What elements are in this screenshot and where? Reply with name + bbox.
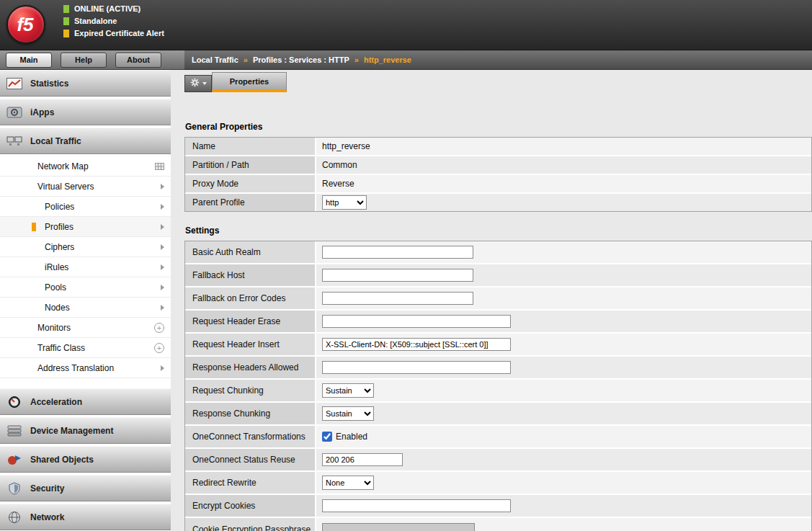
- status-label: ONLINE (ACTIVE): [74, 4, 140, 13]
- status-label: Standalone: [74, 17, 117, 25]
- sidebar-section-local-traffic[interactable]: Local Traffic: [0, 128, 171, 154]
- sidebar-item-profiles[interactable]: Profiles: [0, 217, 171, 237]
- section-title-settings: Settings: [185, 226, 812, 236]
- security-icon: [5, 482, 24, 495]
- row-label: Response Chunking: [185, 403, 316, 424]
- password-input-cookie-encryption-passphrase: [322, 523, 475, 531]
- sidebar-item-nodes[interactable]: Nodes: [0, 298, 171, 318]
- input-encrypt-cookies[interactable]: [322, 499, 511, 512]
- row-value: None: [316, 472, 811, 494]
- sidebar-item-pools[interactable]: Pools: [0, 277, 171, 298]
- sidebar-item-virtual-servers[interactable]: Virtual Servers: [0, 177, 171, 197]
- input-request-header-erase[interactable]: [322, 315, 511, 328]
- expand-arrow-icon: [161, 204, 164, 210]
- row-value: Common: [316, 156, 811, 174]
- row-redirect-rewrite: Redirect RewriteNone: [185, 472, 811, 495]
- row-request-chunking: Request ChunkingSustain: [185, 380, 811, 403]
- checkbox-oneconnect-transformations[interactable]: [322, 432, 332, 442]
- row-value: http_reverse: [316, 138, 811, 155]
- breadcrumb-separator: »: [354, 55, 359, 64]
- expand-arrow-icon: [161, 184, 164, 189]
- row-response-chunking: Response ChunkingSustain: [185, 403, 811, 426]
- row-proxy-mode: Proxy ModeReverse: [185, 175, 811, 194]
- f5-logo[interactable]: f5: [6, 5, 45, 44]
- row-label: Proxy Mode: [185, 175, 316, 192]
- input-fallback-on-error-codes[interactable]: [322, 292, 473, 305]
- create-plus-icon[interactable]: +: [154, 343, 164, 353]
- row-label: Request Header Erase: [185, 311, 316, 332]
- sidebar-section-acceleration[interactable]: Acceleration: [0, 388, 171, 415]
- row-value: [316, 357, 811, 378]
- subtabs: Properties: [212, 72, 287, 92]
- status-item: ONLINE (ACTIVE): [63, 4, 164, 13]
- tab-help[interactable]: Help: [61, 53, 107, 68]
- sidebar-item-address-translation[interactable]: Address Translation: [0, 358, 171, 378]
- network-map-icon[interactable]: [155, 163, 164, 170]
- sidebar-section-statistics[interactable]: Statistics: [0, 70, 171, 97]
- sidebar-section-network[interactable]: Network: [0, 504, 171, 530]
- status-indicator: [63, 30, 69, 37]
- sidebar-section-security[interactable]: Security: [0, 475, 171, 501]
- sidebar-item-label: Network Map: [37, 161, 89, 171]
- gear-menu-button[interactable]: [184, 75, 212, 92]
- sidebar-submenu: Network MapVirtual ServersPoliciesProfil…: [0, 156, 171, 388]
- row-label: Fallback on Error Codes: [185, 287, 316, 309]
- statistics-icon: [5, 77, 24, 90]
- sidebar-section-label: Acceleration: [30, 397, 82, 407]
- row-value: [316, 311, 811, 332]
- row-value: [316, 287, 811, 309]
- expand-arrow-icon: [161, 305, 164, 311]
- row-label: Response Headers Allowed: [185, 357, 316, 378]
- main-tabs: MainHelpAbout: [0, 50, 184, 70]
- sidebar-section-label: Statistics: [30, 79, 68, 89]
- subtab-properties[interactable]: Properties: [212, 72, 287, 92]
- breadcrumb-item-http-reverse: http_reverse: [364, 55, 411, 64]
- sidebar-item-traffic-class[interactable]: Traffic Class+: [0, 338, 171, 358]
- row-name: Namehttp_reverse: [185, 138, 811, 156]
- row-label: Cookie Encryption Passphrase: [185, 518, 316, 531]
- input-oneconnect-status-reuse[interactable]: [322, 453, 403, 466]
- row-label: Request Header Insert: [185, 334, 316, 355]
- select-parent-profile[interactable]: http: [322, 195, 367, 210]
- expand-arrow-icon: [161, 365, 164, 371]
- body-wrap: StatisticsiAppsLocal TrafficNetwork MapV…: [0, 70, 812, 531]
- select-request-chunking[interactable]: Sustain: [322, 383, 374, 398]
- row-partition-path: Partition / PathCommon: [185, 156, 811, 175]
- sidebar-item-ciphers[interactable]: Ciphers: [0, 237, 171, 257]
- row-label: Encrypt Cookies: [185, 495, 316, 517]
- sidebar-item-irules[interactable]: iRules: [0, 257, 171, 277]
- row-label: OneConnect Status Reuse: [185, 449, 316, 470]
- row-value: [316, 264, 811, 286]
- row-parent-profile: Parent Profilehttp: [185, 194, 811, 211]
- tab-main[interactable]: Main: [6, 53, 52, 68]
- local-traffic-icon: [5, 135, 24, 148]
- sidebar-section-iapps[interactable]: iApps: [0, 99, 171, 125]
- input-response-headers-allowed[interactable]: [322, 361, 511, 374]
- breadcrumb-item-profiles-services-http[interactable]: Profiles : Services : HTTP: [253, 55, 349, 64]
- input-fallback-host[interactable]: [322, 269, 473, 282]
- f5-logo-text: f5: [17, 14, 33, 36]
- tab-about[interactable]: About: [115, 53, 161, 68]
- expand-arrow-icon: [161, 285, 164, 290]
- select-response-chunking[interactable]: Sustain: [322, 406, 374, 421]
- expand-arrow-icon: [161, 224, 164, 230]
- sidebar-section-shared-objects[interactable]: Shared Objects: [0, 446, 171, 473]
- sidebar-item-label: Profiles: [45, 222, 73, 232]
- sidebar-section-device-management[interactable]: Device Management: [0, 417, 171, 444]
- sidebar-item-policies[interactable]: Policies: [0, 197, 171, 217]
- row-response-headers-allowed: Response Headers Allowed: [185, 357, 811, 380]
- sidebar-item-monitors[interactable]: Monitors+: [0, 318, 171, 338]
- main-content: Properties General Properties Namehttp_r…: [171, 70, 812, 531]
- iapps-icon: [5, 106, 24, 119]
- sidebar-section-label: Shared Objects: [30, 455, 94, 465]
- sidebar-section-label: iApps: [30, 107, 54, 117]
- input-basic-auth-realm[interactable]: [322, 246, 473, 259]
- row-label: OneConnect Transformations: [185, 426, 316, 447]
- subtab-row: Properties: [184, 72, 812, 92]
- row-value: Sustain: [316, 380, 811, 401]
- sidebar-item-network-map[interactable]: Network Map: [0, 156, 171, 177]
- create-plus-icon[interactable]: +: [154, 323, 164, 333]
- breadcrumb-item-local-traffic[interactable]: Local Traffic: [192, 55, 238, 64]
- input-request-header-insert[interactable]: [322, 338, 511, 351]
- select-redirect-rewrite[interactable]: None: [322, 476, 374, 490]
